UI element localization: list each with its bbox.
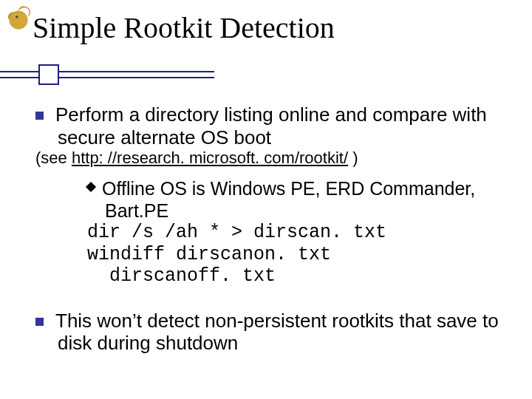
- slide: Simple Rootkit Detection Perform a direc…: [0, 0, 532, 399]
- sub-bullet-1: Offline OS is Windows PE, ERD Commander,…: [87, 178, 517, 222]
- command-line-2: windiff dirscanon. txt dirscanoff. txt: [87, 244, 517, 287]
- svg-point-1: [16, 16, 18, 18]
- square-bullet-icon: [35, 318, 44, 326]
- sub-bullet-1-text: Offline OS is Windows PE, ERD Commander,…: [102, 178, 475, 221]
- see-suffix: ): [348, 149, 358, 167]
- slide-title: Simple Rootkit Detection: [33, 10, 335, 45]
- bullet-item-1: Perform a directory listing online and c…: [35, 103, 517, 168]
- bullet-item-2: This won’t detect non-persistent rootkit…: [35, 310, 517, 355]
- see-prefix: (see: [35, 149, 72, 167]
- sub-bullet-block: Offline OS is Windows PE, ERD Commander,…: [35, 178, 517, 287]
- see-link[interactable]: http: //research. microsoft. com/rootkit…: [72, 149, 348, 167]
- title-underline: [0, 71, 214, 78]
- square-bullet-icon: [35, 112, 44, 120]
- bullet-1-see: (see http: //research. microsoft. com/ro…: [58, 149, 517, 168]
- slide-body: Perform a directory listing online and c…: [35, 103, 517, 355]
- command-line-1: dir /s /ah * > dirscan. txt: [87, 222, 517, 244]
- diamond-bullet-icon: [86, 182, 96, 192]
- bullet-1-text: Perform a directory listing online and c…: [55, 103, 487, 149]
- bullet-2-text: This won’t detect non-persistent rootkit…: [55, 310, 499, 355]
- logo-icon: [3, 3, 34, 34]
